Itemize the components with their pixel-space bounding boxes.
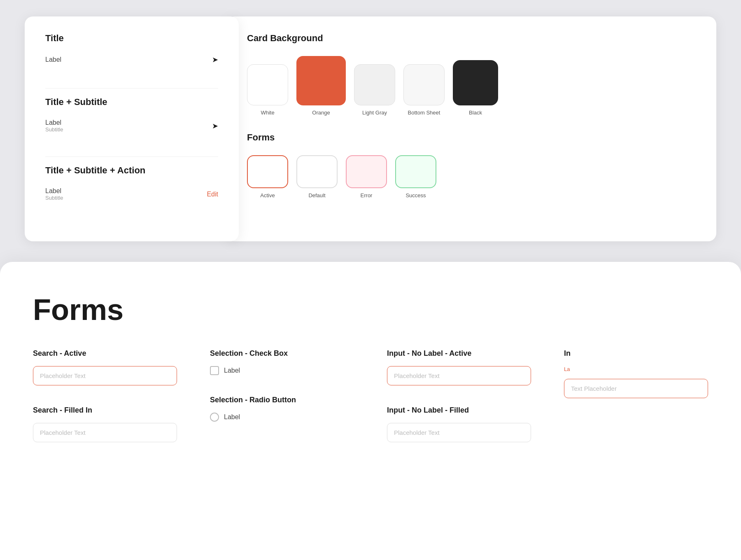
list-item-section-title: Title Label ➤ [45, 33, 218, 68]
input-no-label-active[interactable] [387, 366, 531, 385]
orange-swatch [296, 56, 346, 105]
checkbox-label: Label [224, 367, 240, 374]
search-active-group: Search - Active [33, 349, 177, 385]
active-form-swatch [247, 155, 288, 188]
input-no-label-active-group: Input - No Label - Active [387, 349, 531, 385]
search-active-title: Search - Active [33, 349, 177, 358]
radio-row: Label [210, 413, 354, 422]
form-swatch-success: Success [395, 155, 436, 198]
forms-preview-section: Forms Active Default Error Success [247, 132, 696, 198]
partial-input-group: In La [564, 349, 708, 398]
section2-label: Label [45, 119, 63, 126]
error-form-swatch [346, 155, 387, 188]
section2-row: Label Subtitle ➤ [45, 116, 218, 136]
checkbox-title: Selection - Check Box [210, 349, 354, 358]
search-filled-title: Search - Filled In [33, 406, 177, 415]
color-swatches-row: White Orange Light Gray Bottom Sheet Bla… [247, 56, 696, 116]
radio-title: Selection - Radio Button [210, 396, 354, 404]
radio-label: Label [224, 413, 240, 421]
default-form-swatch [296, 155, 338, 188]
lightgray-label: Light Gray [362, 110, 387, 116]
divider-1 [45, 88, 218, 89]
edit-action[interactable]: Edit [207, 191, 218, 198]
section1-label: Label [45, 56, 61, 63]
section3-title: Title + Subtitle + Action [45, 165, 218, 176]
form-swatch-default: Default [296, 155, 338, 198]
section1-nav-icon: ➤ [212, 55, 218, 64]
black-swatch [453, 60, 498, 105]
list-card: Title Label ➤ Title + Subtitle Label Sub… [25, 16, 239, 241]
input-no-label-filled-group: Input - No Label - Filled [387, 406, 531, 442]
bottomsheet-label: Bottom Sheet [408, 110, 440, 116]
default-form-label: Default [308, 192, 325, 198]
bottomsheet-swatch [403, 64, 445, 105]
error-form-label: Error [361, 192, 373, 198]
section1-title: Title [45, 33, 218, 44]
partial-input-title: In [564, 349, 708, 358]
section3-subtitle: Subtitle [45, 195, 63, 201]
input-no-label-filled-title: Input - No Label - Filled [387, 406, 531, 415]
forms-page-title: Forms [33, 295, 708, 324]
section2-nav-icon: ➤ [212, 121, 218, 131]
success-form-swatch [395, 155, 436, 188]
checkbox-box[interactable] [210, 366, 219, 375]
forms-grid: Search - Active Search - Filled In Selec… [33, 349, 708, 442]
black-label: Black [469, 110, 482, 116]
radio-button[interactable] [210, 413, 219, 422]
section3-labels: Label Subtitle [45, 187, 63, 201]
section2-subtitle: Subtitle [45, 126, 63, 133]
form-swatch-error: Error [346, 155, 387, 198]
search-filled-input[interactable] [33, 423, 177, 442]
search-active-input[interactable] [33, 366, 177, 385]
column-selection: Selection - Check Box Label Selection - … [210, 349, 354, 442]
partial-input-field[interactable] [564, 379, 708, 398]
divider-2 [45, 156, 218, 157]
swatch-bottomsheet: Bottom Sheet [403, 64, 445, 116]
form-swatch-active: Active [247, 155, 288, 198]
radio-group: Selection - Radio Button Label [210, 396, 354, 422]
checkbox-group: Selection - Check Box Label [210, 349, 354, 375]
card-background-section: Card Background White Orange Light Gray … [247, 33, 696, 116]
list-item-section-action: Title + Subtitle + Action Label Subtitle… [45, 165, 218, 204]
section3-label: Label [45, 187, 63, 195]
forms-swatches-row: Active Default Error Success [247, 155, 696, 198]
swatch-white: White [247, 64, 288, 116]
list-item-section-subtitle: Title + Subtitle Label Subtitle ➤ [45, 97, 218, 136]
section1-row: Label ➤ [45, 52, 218, 68]
partial-input-label-text: La [564, 366, 708, 372]
input-no-label-active-title: Input - No Label - Active [387, 349, 531, 358]
success-form-label: Success [405, 192, 426, 198]
active-form-label: Active [260, 192, 275, 198]
card-background-title: Card Background [247, 33, 696, 44]
column-partial: In La [564, 349, 708, 442]
swatch-orange: Orange [296, 56, 346, 116]
input-no-label-filled[interactable] [387, 423, 531, 442]
search-filled-group: Search - Filled In [33, 406, 177, 442]
checkbox-row: Label [210, 366, 354, 375]
section2-title: Title + Subtitle [45, 97, 218, 107]
right-card: Card Background White Orange Light Gray … [226, 16, 716, 241]
column-search: Search - Active Search - Filled In [33, 349, 177, 442]
orange-label: Orange [312, 110, 330, 116]
white-label: White [261, 110, 274, 116]
forms-page: Forms Search - Active Search - Filled In… [0, 262, 741, 560]
lightgray-swatch [354, 64, 395, 105]
white-swatch [247, 64, 288, 105]
swatch-black: Black [453, 60, 498, 116]
swatch-lightgray: Light Gray [354, 64, 395, 116]
forms-preview-title: Forms [247, 132, 696, 143]
section3-row: Label Subtitle Edit [45, 184, 218, 204]
section2-labels: Label Subtitle [45, 119, 63, 133]
column-input-no-label: Input - No Label - Active Input - No Lab… [387, 349, 531, 442]
